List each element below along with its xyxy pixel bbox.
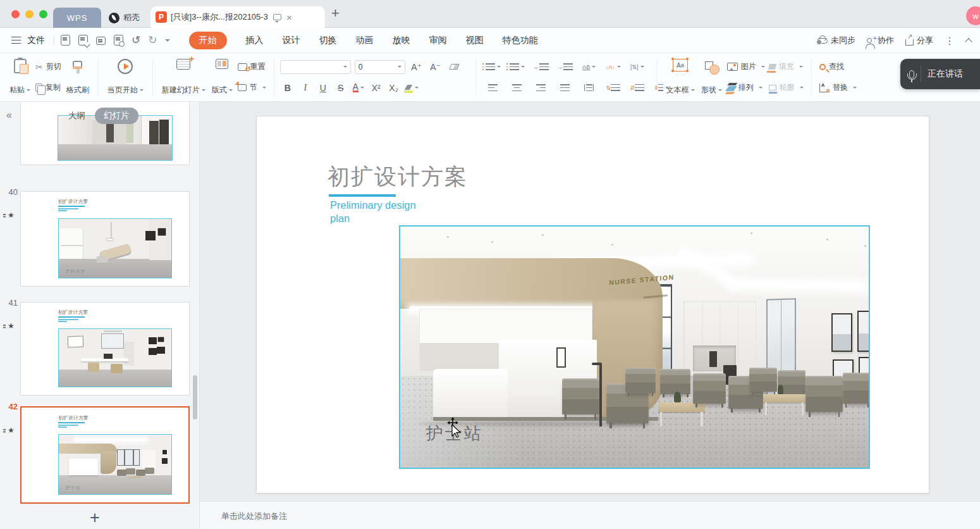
tab-docer[interactable]: 稻壳 [109,8,140,28]
find-button[interactable]: 查找 [818,61,859,73]
sidebar-scrollbar[interactable] [193,375,197,420]
quickbar-dropdown-icon[interactable] [165,39,170,44]
align-center-button[interactable] [510,81,525,95]
highlight-button[interactable] [404,81,419,95]
maximize-window-button[interactable] [39,10,47,18]
menubar: 文件 ↺ ↻ 开始 插入 设计 切换 动画 放映 审阅 视图 特色功能 未同步 … [0,28,980,53]
thumbnail-slide-40[interactable]: 初扩设计方案 牙科诊室 [20,191,190,287]
tab-home[interactable]: 开始 [189,32,227,49]
distribute-button[interactable] [582,81,597,95]
section-button[interactable]: 节 [236,82,268,94]
outline-button[interactable]: 轮廓 [767,82,805,94]
decrease-font-button[interactable]: A⁻ [428,60,443,74]
export-icon[interactable] [78,35,88,46]
increase-font-button[interactable]: A⁺ [409,60,424,74]
file-menu[interactable]: 文件 [27,35,45,46]
user-avatar[interactable]: w [966,6,980,25]
layout-button[interactable]: 版式 [209,56,236,98]
font-name-combo[interactable] [280,60,351,74]
collapse-ribbon-icon[interactable] [965,38,972,45]
tab-slideshow[interactable]: 放映 [393,35,410,46]
slide-page[interactable]: 初扩设计方案 Preliminary design plan [256,116,929,494]
font-group: 0 A⁺ A⁻ B I U S A X² X₂ [280,56,470,98]
editing-canvas: 初扩设计方案 Preliminary design plan [200,102,980,529]
increase-indent-button[interactable]: → [558,60,573,74]
thumbnail-slide-42-selected[interactable]: 初扩设计方案 护士站 [20,406,190,504]
play-from-current-button[interactable]: 当页开始 [104,56,147,98]
close-tab-icon[interactable]: × [286,12,292,23]
fill-outline-stack: 填充 轮廓 [767,56,805,98]
justify-button[interactable] [558,81,573,95]
bold-button[interactable]: B [280,81,295,95]
cut-button[interactable]: ✂剪切 [34,61,63,73]
print-preview-icon[interactable] [114,35,123,46]
save-icon[interactable] [61,35,70,46]
reset-button[interactable]: 重置 [236,61,268,73]
tab-view[interactable]: 视图 [466,35,484,46]
shapes-label: 形状 [701,85,716,96]
strikethrough-button[interactable]: S [333,81,348,95]
slide-image-selected[interactable]: NURSE STATION [399,225,870,469]
hamburger-menu-icon[interactable] [11,37,21,44]
slide-subtitle-line1[interactable]: Preliminary design [330,199,416,211]
superscript-button[interactable]: X² [369,81,384,95]
collapse-panel-icon[interactable]: « [6,109,12,121]
tab-review[interactable]: 审阅 [429,35,447,46]
undo-icon[interactable]: ↺ [132,34,140,47]
numbering-button[interactable] [510,60,525,74]
subscript-button[interactable]: X₂ [386,81,401,95]
outline-icon [769,85,776,90]
new-slide-button[interactable]: 新建幻灯片 [159,56,209,98]
tab-insert[interactable]: 插入 [246,35,264,46]
minimize-window-button[interactable] [25,10,34,18]
underline-button[interactable]: U [315,81,331,95]
tab-special-features[interactable]: 特色功能 [503,35,538,46]
sync-status-button[interactable]: 未同步 [817,35,855,46]
redo-icon[interactable]: ↻ [148,34,157,47]
picture-button[interactable]: 图片 [725,61,767,73]
slide-subtitle-line2[interactable]: plan [330,213,350,225]
align-left-button[interactable] [486,81,501,95]
format-painter-button[interactable]: 格式刷 [63,56,92,98]
more-menu-icon[interactable]: ⋮ [945,35,955,47]
find-icon [819,64,826,70]
notes-bar[interactable]: 单击此处添加备注 [200,501,980,529]
vertical-spacing-down-button[interactable]: ⇵ [630,81,645,95]
collaborate-button[interactable]: 协作 [867,35,894,46]
paste-icon [14,59,27,73]
voice-speaking-indicator[interactable]: 正在讲话 [900,59,980,89]
vertical-spacing-up-button[interactable]: ⇅ [606,81,621,95]
line-spacing-options-button[interactable]: [⇅] [630,60,645,74]
tab-design[interactable]: 设计 [283,35,300,46]
tab-transition[interactable]: 切换 [319,35,337,46]
fill-button[interactable]: 填充 [767,61,805,73]
slide-title[interactable]: 初扩设计方案 [328,162,468,192]
thumbnail-slide-41[interactable]: 初扩设计方案 [20,302,190,395]
tab-slides[interactable]: 幻灯片 [95,108,138,124]
font-color-button[interactable]: A [351,81,366,95]
paste-button[interactable]: 粘贴 [6,56,34,98]
character-spacing-button[interactable]: AB [582,60,597,74]
tab-document[interactable]: P [只读]3--康尔...报202105-3 × [150,6,325,28]
new-tab-button[interactable]: + [331,5,340,22]
align-right-button[interactable] [534,81,549,95]
decrease-indent-button[interactable]: ← [534,60,549,74]
clear-format-button[interactable] [447,60,462,74]
font-size-combo[interactable]: 0 [355,60,405,74]
scene-counter-low [433,369,508,420]
shapes-button[interactable]: 形状 [698,56,725,98]
arrange-button[interactable]: 排列 [725,82,767,94]
close-window-button[interactable] [11,10,20,18]
line-spacing-button[interactable]: ⇕ [654,81,669,95]
copy-button[interactable]: 复制 [34,82,63,94]
italic-button[interactable]: I [298,81,313,95]
tab-wps-home[interactable]: WPS [53,8,101,28]
text-direction-button[interactable]: ↓A↓ [606,60,621,74]
tab-outline[interactable]: 大纲 [68,110,85,121]
replace-button[interactable]: AB替换 [818,82,859,94]
tab-animation[interactable]: 动画 [356,35,374,46]
bullets-button[interactable] [486,60,501,74]
print-icon[interactable] [96,37,106,45]
add-slide-button[interactable]: + [90,508,100,528]
share-button[interactable]: 分享 [905,35,933,46]
